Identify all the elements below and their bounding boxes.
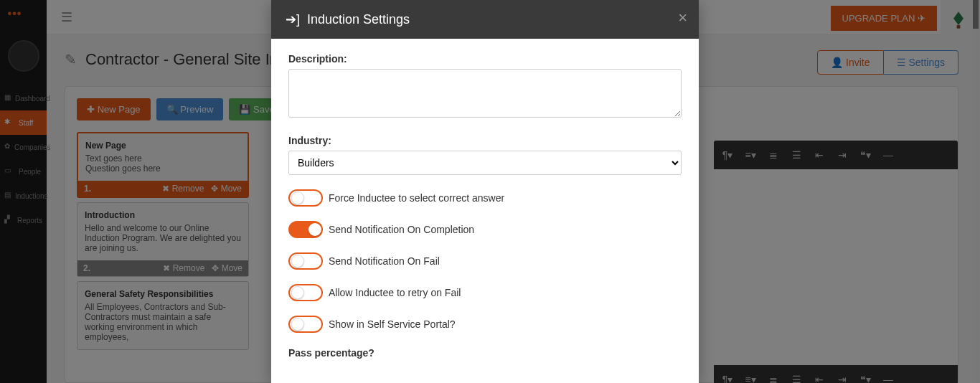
pass-percentage-label: Pass percentage? <box>288 347 682 359</box>
notify-completion-toggle[interactable] <box>288 221 323 238</box>
close-button[interactable]: × <box>678 9 687 27</box>
toggle-label: Force Inductee to select correct answer <box>329 192 504 204</box>
description-label: Description: <box>288 53 682 65</box>
toggle-label: Send Notification On Fail <box>329 255 440 267</box>
retry-fail-toggle[interactable] <box>288 284 323 301</box>
toggle-label: Show in Self Service Portal? <box>329 318 456 330</box>
force-correct-toggle[interactable] <box>288 189 323 207</box>
self-service-toggle[interactable] <box>288 316 323 333</box>
industry-label: Industry: <box>288 135 682 146</box>
toggle-label: Send Notification On Completion <box>329 224 474 235</box>
modal-header: ➔] Induction Settings × <box>271 0 699 39</box>
induction-settings-modal: ➔] Induction Settings × Description: Ind… <box>271 0 699 383</box>
modal-title: Induction Settings <box>307 12 410 27</box>
login-icon: ➔] <box>286 11 300 27</box>
notify-fail-toggle[interactable] <box>288 252 323 270</box>
toggle-label: Allow Inductee to retry on Fail <box>329 287 461 298</box>
description-textarea[interactable] <box>288 69 682 118</box>
industry-select[interactable]: Builders <box>288 151 682 175</box>
